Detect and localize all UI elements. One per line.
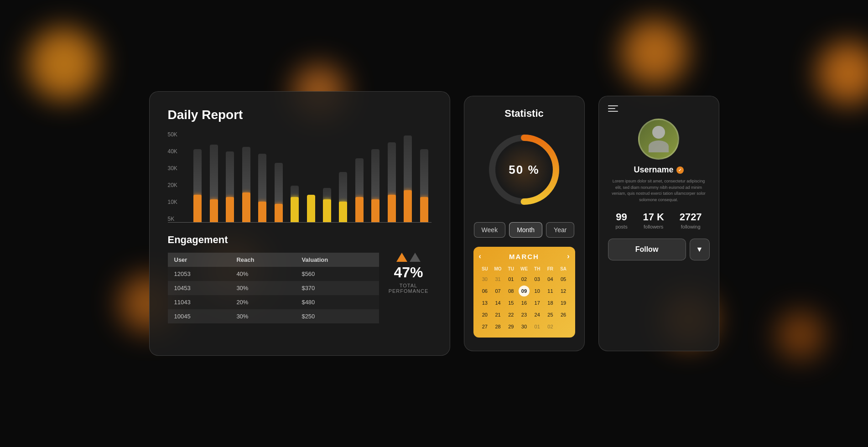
cal-day[interactable]: 25 xyxy=(545,309,556,320)
table-cell-reach: 30% xyxy=(230,281,295,295)
bar-outer xyxy=(242,147,250,222)
hamburger-menu-icon[interactable] xyxy=(608,105,618,112)
bar-group xyxy=(369,131,383,222)
bar-inner xyxy=(258,202,266,222)
cal-day[interactable]: 01 xyxy=(505,274,516,285)
cal-day[interactable]: 20 xyxy=(479,309,490,320)
followers-stat: 17 K followers xyxy=(643,211,664,229)
calendar: ‹ MARCH › SU MO TU WE TH FR SA 30 31 01 … xyxy=(473,247,575,338)
chart-area: 50K 40K 30K 20K 10K 5K xyxy=(168,131,431,223)
cal-header-mo: MO xyxy=(492,265,504,273)
verified-badge: ✓ xyxy=(676,166,684,174)
bar-group xyxy=(271,131,286,222)
performance-arrows xyxy=(396,253,421,262)
cal-day[interactable]: 01 xyxy=(532,321,543,332)
cal-header-sa: SA xyxy=(557,265,570,273)
cal-day[interactable]: 16 xyxy=(519,297,530,308)
following-count: 2727 xyxy=(680,211,702,223)
calendar-next-btn[interactable]: › xyxy=(567,252,569,260)
avatar-person xyxy=(649,126,669,152)
bar-group xyxy=(385,131,399,222)
y-label-5k: 5K xyxy=(168,216,177,222)
table-cell-valuation: $560 xyxy=(295,267,379,281)
cal-day[interactable]: 02 xyxy=(519,274,530,285)
cal-day[interactable]: 06 xyxy=(479,286,490,296)
posts-label: posts xyxy=(615,224,627,229)
bar-inner xyxy=(388,195,396,222)
cal-day[interactable]: 29 xyxy=(505,321,516,332)
arrow-up-orange xyxy=(396,253,407,262)
cal-header-we: WE xyxy=(518,265,530,273)
following-label: following xyxy=(681,224,701,229)
calendar-header: ‹ MARCH › xyxy=(479,252,570,260)
cal-day[interactable]: 31 xyxy=(493,274,504,285)
daily-report-title: Daily Report xyxy=(168,108,431,122)
bar-chart xyxy=(191,131,431,222)
bar-inner xyxy=(193,195,202,222)
engagement-title: Engagement xyxy=(168,234,431,246)
cal-day[interactable]: 17 xyxy=(532,297,543,308)
y-label-20k: 20K xyxy=(168,182,177,188)
cal-day[interactable]: 28 xyxy=(493,321,504,332)
year-filter-btn[interactable]: Year xyxy=(546,222,574,238)
cal-day-today[interactable]: 09 xyxy=(519,286,530,296)
cal-day[interactable]: 02 xyxy=(545,321,556,332)
calendar-prev-btn[interactable]: ‹ xyxy=(479,252,481,260)
cal-day[interactable]: 30 xyxy=(519,321,530,332)
cal-day[interactable]: 04 xyxy=(545,274,556,285)
bar-group xyxy=(207,131,221,222)
cal-day[interactable]: 14 xyxy=(493,297,504,308)
cal-day[interactable]: 03 xyxy=(532,274,543,285)
follow-button[interactable]: Follow xyxy=(608,239,686,260)
cal-day[interactable]: 11 xyxy=(545,286,556,296)
cal-day[interactable]: 10 xyxy=(532,286,543,296)
cal-day[interactable]: 18 xyxy=(545,297,556,308)
calendar-grid: SU MO TU WE TH FR SA 30 31 01 02 03 04 0… xyxy=(479,265,570,332)
follow-dropdown-btn[interactable]: ▼ xyxy=(690,239,710,260)
cal-day[interactable]: 30 xyxy=(479,274,490,285)
cal-day[interactable]: 15 xyxy=(505,297,516,308)
cal-day[interactable]: 27 xyxy=(479,321,490,332)
performance-area: 47% TOTALPERFOMANCE xyxy=(386,253,431,294)
followers-label: followers xyxy=(644,224,663,229)
cal-day[interactable]: 13 xyxy=(479,297,490,308)
stats-row: 99 posts 17 K followers 2727 following xyxy=(608,211,710,229)
month-filter-btn[interactable]: Month xyxy=(509,222,542,238)
cal-day[interactable]: 24 xyxy=(532,309,543,320)
bar-group xyxy=(417,131,431,222)
username: Username xyxy=(634,165,673,175)
bar-group xyxy=(239,131,253,222)
table-cell-user: 10453 xyxy=(168,281,230,295)
cal-day[interactable]: 12 xyxy=(558,286,569,296)
bar-group xyxy=(304,131,318,222)
cal-day[interactable]: 21 xyxy=(493,309,504,320)
bar-inner xyxy=(355,197,364,222)
bar-inner xyxy=(420,197,428,222)
daily-report-card: Daily Report 50K 40K 30K 20K 10K 5K Enga… xyxy=(149,91,450,356)
cal-day[interactable]: 07 xyxy=(493,286,504,296)
cal-day[interactable]: 08 xyxy=(505,286,516,296)
bar-outer xyxy=(275,163,283,222)
cal-day[interactable]: 05 xyxy=(558,274,569,285)
cal-day[interactable]: 22 xyxy=(505,309,516,320)
bar-outer xyxy=(355,158,364,222)
arrow-up-gray xyxy=(410,253,421,262)
table-row: 1045330%$370 xyxy=(168,281,379,295)
cal-day[interactable]: 23 xyxy=(519,309,530,320)
cal-day[interactable]: 19 xyxy=(558,297,569,308)
col-header-valuation: Valuation xyxy=(295,253,379,267)
bar-inner xyxy=(210,199,218,222)
cal-day[interactable]: 26 xyxy=(558,309,569,320)
cal-day xyxy=(558,321,569,332)
week-filter-btn[interactable]: Week xyxy=(474,222,506,238)
posts-count: 99 xyxy=(616,211,627,223)
bar-outer xyxy=(388,142,396,222)
bar-inner xyxy=(371,199,379,222)
following-stat: 2727 following xyxy=(680,211,702,229)
table-row: 1104320%$480 xyxy=(168,295,379,309)
cal-header-fr: FR xyxy=(544,265,556,273)
performance-value: 47% xyxy=(394,264,423,281)
bar-group xyxy=(352,131,366,222)
verified-icon: ✓ xyxy=(678,168,682,172)
table-cell-valuation: $250 xyxy=(295,309,379,323)
